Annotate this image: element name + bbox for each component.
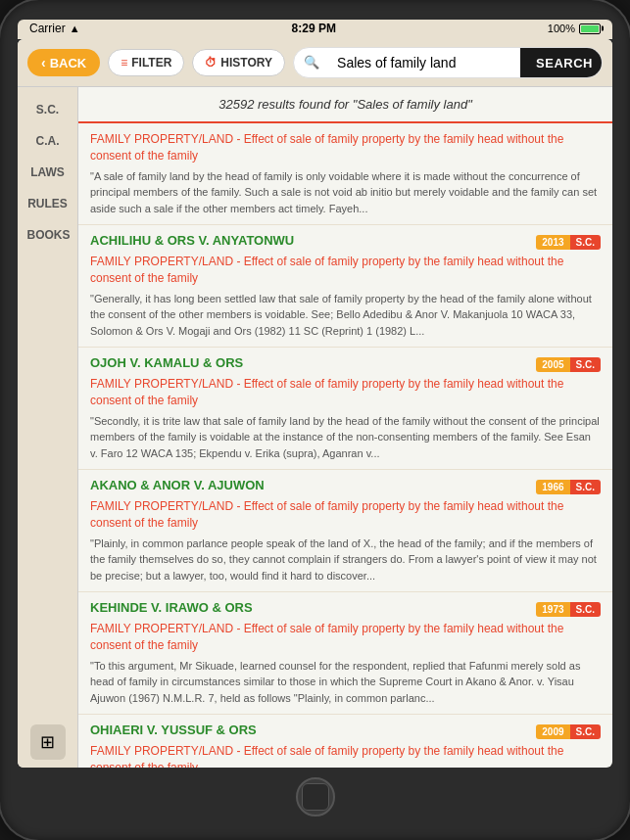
excerpt: "To this argument, Mr Sikuade, learned c… [90,658,601,707]
result-item: ACHILIHU & ORS V. ANYATONWU 2013 S.C. FA… [78,225,612,348]
badge-group: 2013 S.C. [536,235,601,250]
home-button[interactable] [296,777,335,817]
status-time: 8:29 PM [292,22,336,35]
toolbar: ‹ BACK ≡ FILTER ⏱ HISTORY 🔍 SEARCH [18,39,612,87]
sidebar-item-books[interactable]: BOOKS [24,220,73,250]
badge-group: 2005 S.C. [536,357,601,372]
category-link[interactable]: FAMILY PROPERTY/LAND - Effect of sale of… [90,131,601,164]
history-button[interactable]: ⏱ HISTORY [192,49,285,76]
search-button[interactable]: SEARCH [520,48,603,77]
court-badge: S.C. [570,602,601,617]
year-badge: 2013 [536,235,569,250]
case-title[interactable]: AKANO & ANOR V. AJUWON [90,478,265,492]
tablet-device: Carrier ▲ 8:29 PM 100% ‹ BACK ≡ FILTER ⏱… [0,0,630,840]
court-badge: S.C. [570,357,601,372]
battery-icon [579,23,601,34]
battery-percent: 100% [548,23,575,34]
badge-group: 1966 S.C. [536,480,601,494]
back-chevron-icon: ‹ [41,55,46,70]
screen: ‹ BACK ≡ FILTER ⏱ HISTORY 🔍 SEARCH [18,39,612,768]
status-left: Carrier ▲ [29,22,80,35]
search-input[interactable] [325,48,520,77]
result-item: FAMILY PROPERTY/LAND - Effect of sale of… [78,123,612,225]
battery-fill [581,25,599,32]
court-badge: S.C. [570,235,601,250]
wifi-icon: ▲ [70,23,80,34]
category-link[interactable]: FAMILY PROPERTY/LAND - Effect of sale of… [90,498,601,532]
case-header: OJOH V. KAMALU & ORS 2005 S.C. [90,355,601,373]
result-item: OHIAERI V. YUSSUF & ORS 2009 S.C. FAMILY… [78,715,612,768]
court-badge: S.C. [570,480,601,494]
year-badge: 2009 [536,724,569,739]
back-button[interactable]: ‹ BACK [27,49,100,76]
results-area[interactable]: 32592 results found for "Sales of family… [78,87,612,768]
result-item: OJOH V. KAMALU & ORS 2005 S.C. FAMILY PR… [78,348,612,470]
category-link[interactable]: FAMILY PROPERTY/LAND - Effect of sale of… [90,254,601,287]
case-header: KEHINDE V. IRAWO & ORS 1973 S.C. [90,600,601,618]
category-link[interactable]: FAMILY PROPERTY/LAND - Effect of sale of… [90,376,601,409]
case-header: OHIAERI V. YUSSUF & ORS 2009 S.C. [90,723,601,740]
results-summary: 32592 results found for "Sales of family… [78,87,612,123]
result-item: AKANO & ANOR V. AJUWON 1966 S.C. FAMILY … [78,470,612,592]
case-title[interactable]: ACHILIHU & ORS V. ANYATONWU [90,233,294,248]
sidebar-item-sc[interactable]: S.C. [24,95,73,124]
excerpt: "Secondly, it is trite law that sale of … [90,413,601,462]
court-badge: S.C. [570,724,601,739]
result-item: KEHINDE V. IRAWO & ORS 1973 S.C. FAMILY … [78,592,612,715]
home-button-area [18,768,612,820]
year-badge: 2005 [536,357,569,372]
carrier-label: Carrier [29,22,66,35]
library-icon[interactable]: ⊞ [30,724,66,760]
case-title[interactable]: OHIAERI V. YUSSUF & ORS [90,723,257,737]
sidebar-item-laws[interactable]: LAWS [24,158,73,187]
badge-group: 1973 S.C. [536,602,601,617]
case-title[interactable]: KEHINDE V. IRAWO & ORS [90,600,253,615]
sidebar-item-rules[interactable]: RULES [24,189,73,218]
category-link[interactable]: FAMILY PROPERTY/LAND - Effect of sale of… [90,621,601,654]
content-area: S.C. C.A. LAWS RULES BOOKS ⊞ [18,87,612,768]
sidebar: S.C. C.A. LAWS RULES BOOKS ⊞ [18,87,78,768]
year-badge: 1973 [536,602,569,617]
category-link[interactable]: FAMILY PROPERTY/LAND - Effect of sale of… [90,743,601,768]
badge-group: 2009 S.C. [536,724,601,739]
year-badge: 1966 [536,480,569,494]
excerpt: "Plainly, in common parlance people spea… [90,536,601,584]
status-right: 100% [548,23,601,34]
sidebar-item-ca[interactable]: C.A. [24,126,73,156]
home-button-inner [302,783,329,811]
case-header: AKANO & ANOR V. AJUWON 1966 S.C. [90,478,601,495]
excerpt: "Generally, it has long been settled law… [90,291,601,340]
search-wrapper: 🔍 SEARCH [293,47,603,78]
case-header: ACHILIHU & ORS V. ANYATONWU 2013 S.C. [90,233,601,251]
search-icon: 🔍 [294,48,325,77]
excerpt: "A sale of family land by the head of fa… [90,168,601,217]
filter-button[interactable]: ≡ FILTER [108,49,184,76]
history-icon: ⏱ [205,56,217,70]
case-title[interactable]: OJOH V. KAMALU & ORS [90,355,243,370]
filter-icon: ≡ [121,56,127,70]
